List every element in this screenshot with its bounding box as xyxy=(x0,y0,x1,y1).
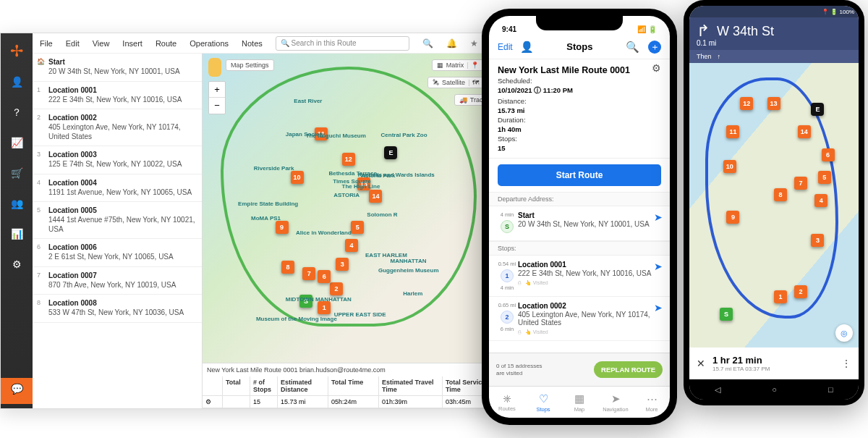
home-icon[interactable]: ○ xyxy=(772,385,777,394)
summary-header: Estimated Travel Time xyxy=(379,376,443,396)
iphone-footer: 0 of 15 addressesare visited REPLAN ROUT… xyxy=(489,353,670,386)
map-marker[interactable]: 4 xyxy=(814,194,827,207)
menu-operations[interactable]: Operations xyxy=(190,39,229,48)
tab-stops[interactable]: ♡Stops xyxy=(525,387,561,418)
pegman-icon[interactable] xyxy=(208,58,221,77)
help-icon[interactable]: ？ xyxy=(6,101,27,123)
tab-navigation[interactable]: ➤Navigation xyxy=(597,387,634,418)
search-input[interactable]: 🔍 Search in this Route xyxy=(276,36,409,51)
cart-icon[interactable]: 🛒 xyxy=(6,162,27,184)
map-marker[interactable]: 4 xyxy=(345,239,358,252)
trends-icon[interactable]: 📈 xyxy=(6,132,27,153)
team-icon[interactable]: 👥 xyxy=(6,193,27,214)
map-marker[interactable]: 6 xyxy=(318,270,331,283)
map-marker[interactable]: 3 xyxy=(811,234,824,247)
iphone-notch xyxy=(536,16,623,30)
tab-more[interactable]: ⋯More xyxy=(634,387,670,418)
map-marker[interactable]: 5 xyxy=(818,171,831,184)
map-marker[interactable]: 14 xyxy=(369,190,382,203)
map-marker[interactable]: 2 xyxy=(794,285,807,298)
footer-title: New York Last Mile Route 0001 brian.huds… xyxy=(207,366,386,374)
tab-routes[interactable]: ⛯Routes xyxy=(489,387,525,418)
stop-item[interactable]: 3Location 0003125 E 74th St, New York, N… xyxy=(33,146,202,174)
zoom-control[interactable]: +− xyxy=(208,81,226,114)
map-marker[interactable]: 8 xyxy=(281,261,294,274)
map-settings-button[interactable]: Map Settings xyxy=(226,59,274,71)
menu-route[interactable]: Route xyxy=(156,39,176,48)
start-route-button[interactable]: Start Route xyxy=(498,164,661,186)
map-marker[interactable]: 6 xyxy=(822,148,835,161)
close-icon[interactable]: ✕ xyxy=(697,358,705,369)
iphone-stop-item[interactable]: 0.54 mi14 minLocation 0001222 E 34th St,… xyxy=(489,256,670,297)
eta-subtext: 15.7 mi ETA 03:37 PM xyxy=(712,366,770,372)
map-marker[interactable]: 1 xyxy=(774,290,787,303)
iphone-stop-list[interactable]: Departure Address:4 minSStart20 W 34th S… xyxy=(489,192,670,353)
stop-item[interactable]: 4Location 00041191 1st Avenue, New York,… xyxy=(33,174,202,203)
map-marker[interactable]: 3 xyxy=(336,258,349,271)
menu-insert[interactable]: Insert xyxy=(122,39,142,48)
stop-item[interactable]: 🏠Start20 W 34th St, New York, NY 10001, … xyxy=(33,54,202,82)
navigate-icon[interactable]: ➤ xyxy=(654,302,663,335)
navigate-icon[interactable]: ➤ xyxy=(654,261,663,291)
grid-icon: ▦ xyxy=(437,62,443,69)
user-icon[interactable]: 👤 xyxy=(520,41,534,54)
replan-button[interactable]: REPLAN ROUTE xyxy=(594,361,663,378)
menu-notes[interactable]: Notes xyxy=(242,39,263,48)
iphone-stop-item[interactable]: 4 minSStart20 W 34th St, New York, NY 10… xyxy=(489,206,670,241)
map-marker[interactable]: 11 xyxy=(726,125,739,138)
map-marker[interactable]: 2 xyxy=(330,282,343,295)
analytics-icon[interactable]: 📊 xyxy=(6,223,27,245)
zoom-in-icon[interactable]: + xyxy=(209,82,225,98)
map-marker[interactable]: 13 xyxy=(767,97,780,110)
stop-item[interactable]: 5Location 00051444 1st Avenue #75th, New… xyxy=(33,202,202,239)
app-sidebar: ✢ 👤 ？ 📈 🛒 👥 📊 ⚙ 💬 xyxy=(1,33,33,408)
poi-label: Solomon R xyxy=(367,211,397,218)
stop-item[interactable]: 6Location 00062 E 61st St, New York, NY … xyxy=(33,239,202,267)
map-marker[interactable]: E xyxy=(384,146,397,159)
toolbar-icon-0[interactable]: 🔍 xyxy=(422,38,433,49)
toolbar-icon-2[interactable]: ★ xyxy=(470,38,478,49)
zoom-out-icon[interactable]: − xyxy=(209,98,225,114)
toolbar-icon-1[interactable]: 🔔 xyxy=(446,38,457,49)
edit-button[interactable]: Edit xyxy=(498,42,513,52)
add-icon[interactable]: ＋ xyxy=(648,41,661,54)
map-marker[interactable]: 14 xyxy=(798,125,811,138)
user-settings-icon[interactable]: ⚙ xyxy=(6,253,27,275)
map-marker[interactable]: 12 xyxy=(740,97,753,110)
map-marker[interactable]: 12 xyxy=(342,153,355,166)
tab-map[interactable]: ▦Map xyxy=(561,387,597,418)
map-marker[interactable]: E xyxy=(811,103,824,116)
map-canvas[interactable]: Map Settings ▦Matrix | 📍Map 🛰Satellite |… xyxy=(203,54,506,363)
map-marker[interactable]: 1 xyxy=(318,301,331,314)
map-marker[interactable]: 9 xyxy=(276,221,289,234)
map-marker[interactable]: 7 xyxy=(302,267,315,280)
stops-panel[interactable]: 🏠Start20 W 34th St, New York, NY 10001, … xyxy=(33,54,203,408)
map-marker[interactable]: 10 xyxy=(723,160,736,173)
map-marker[interactable]: 10 xyxy=(291,171,304,184)
stop-item[interactable]: 7Location 0007870 7th Ave, New York, NY … xyxy=(33,267,202,295)
user-add-icon[interactable]: 👤 xyxy=(6,71,27,93)
chat-icon[interactable]: 💬 xyxy=(1,378,33,404)
stop-item[interactable]: 2Location 0002405 Lexington Ave, New Yor… xyxy=(33,109,202,146)
menu-edit[interactable]: Edit xyxy=(66,39,80,48)
recents-icon[interactable]: □ xyxy=(828,385,833,394)
more-icon[interactable]: ⋮ xyxy=(841,358,851,369)
back-icon[interactable]: ◁ xyxy=(715,385,720,395)
iphone-stop-item[interactable]: 0.65 mi26 minLocation 0002405 Lexington … xyxy=(489,297,670,341)
poi-label: EAST HARLEM xyxy=(365,252,407,258)
search-icon[interactable]: 🔍 xyxy=(626,41,639,54)
navigate-icon[interactable]: ➤ xyxy=(654,211,663,235)
android-map[interactable]: ◎ S1234567891011121314E xyxy=(689,63,859,348)
gear-icon[interactable]: ⚙ xyxy=(652,62,661,74)
stop-item[interactable]: 1Location 0001222 E 34th St, New York, N… xyxy=(33,82,202,110)
map-marker[interactable]: 5 xyxy=(351,221,364,234)
menu-view[interactable]: View xyxy=(93,39,110,48)
map-marker[interactable]: S xyxy=(720,308,733,321)
recenter-button[interactable]: ◎ xyxy=(835,324,853,342)
stop-item[interactable]: 8Location 0008533 W 47th St, New York, N… xyxy=(33,295,202,323)
map-marker[interactable]: 7 xyxy=(794,177,807,190)
map-marker[interactable]: 9 xyxy=(726,211,739,224)
menu-file[interactable]: File xyxy=(40,39,53,48)
android-frame: 📍 🔋 100% ↱ W 34th St 0.1 mi Then↑ ◎ S123… xyxy=(684,0,864,405)
map-marker[interactable]: 8 xyxy=(774,188,787,201)
